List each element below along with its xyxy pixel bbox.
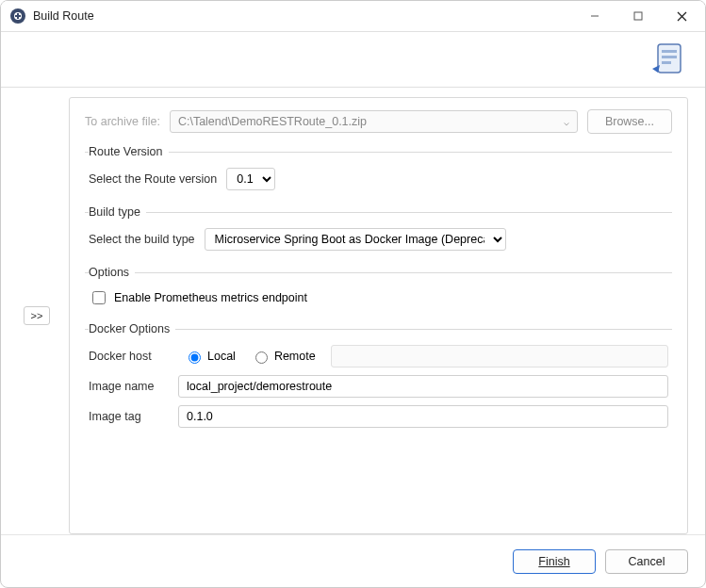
remote-host-field (331, 345, 668, 368)
svg-rect-8 (662, 50, 677, 53)
route-version-select[interactable]: 0.1 (226, 168, 275, 190)
local-label: Local (207, 350, 236, 363)
svg-rect-4 (634, 12, 642, 20)
local-radio[interactable] (189, 351, 201, 364)
prometheus-label: Enable Prometheus metrics endpoint (114, 291, 307, 304)
image-name-input[interactable] (178, 375, 668, 398)
build-route-dialog: Build Route >> To archive file: (0, 0, 706, 588)
prometheus-checkbox[interactable] (92, 291, 106, 304)
window-title: Build Route (33, 9, 573, 23)
chevron-down-icon: ⌵ (564, 117, 569, 127)
build-type-label: Select the build type (89, 233, 195, 246)
minimize-button[interactable] (573, 1, 616, 31)
app-icon (10, 8, 25, 24)
dialog-footer: Finish Cancel (1, 534, 705, 587)
docker-options-group: Docker Options Docker host Local Remote … (85, 322, 672, 432)
svg-rect-2 (15, 15, 21, 17)
maximize-button[interactable] (616, 1, 660, 31)
expand-sidebar-button[interactable]: >> (24, 306, 50, 325)
finish-button[interactable]: Finish (513, 549, 596, 574)
wizard-icon (649, 39, 690, 80)
archive-path-text: C:\Talend\DemoRESTRoute_0.1.zip (178, 115, 367, 128)
form-panel: To archive file: C:\Talend\DemoRESTRoute… (69, 97, 688, 534)
docker-options-legend: Docker Options (89, 322, 175, 335)
build-type-select[interactable]: Microservice Spring Boot as Docker Image… (205, 228, 506, 251)
options-group: Options Enable Prometheus metrics endpoi… (85, 266, 672, 311)
dialog-body: >> To archive file: C:\Talend\DemoRESTRo… (1, 88, 705, 534)
image-tag-input[interactable] (178, 405, 668, 428)
cancel-button[interactable]: Cancel (605, 549, 688, 574)
close-button[interactable] (660, 1, 703, 31)
route-version-group: Route Version Select the Route version 0… (85, 145, 672, 194)
build-type-legend: Build type (89, 205, 146, 219)
image-tag-label: Image tag (89, 410, 169, 423)
header-banner (1, 31, 705, 88)
archive-path-field[interactable]: C:\Talend\DemoRESTRoute_0.1.zip ⌵ (170, 110, 578, 133)
docker-host-local-option[interactable]: Local (184, 349, 236, 364)
image-name-label: Image name (89, 380, 169, 393)
browse-button[interactable]: Browse... (587, 109, 672, 134)
window-controls (573, 1, 703, 31)
archive-label: To archive file: (85, 115, 160, 128)
remote-label: Remote (274, 350, 316, 363)
route-version-legend: Route Version (89, 145, 169, 158)
svg-rect-10 (662, 61, 671, 64)
remote-radio[interactable] (255, 351, 268, 364)
options-legend: Options (89, 266, 135, 279)
docker-host-label: Docker host (89, 350, 169, 363)
route-version-label: Select the Route version (89, 172, 217, 186)
sidebar-column: >> (18, 97, 56, 534)
archive-row: To archive file: C:\Talend\DemoRESTRoute… (85, 109, 672, 134)
svg-rect-9 (662, 56, 677, 58)
titlebar: Build Route (1, 1, 705, 31)
build-type-group: Build type Select the build type Microse… (85, 205, 672, 254)
docker-host-remote-option[interactable]: Remote (251, 349, 316, 364)
